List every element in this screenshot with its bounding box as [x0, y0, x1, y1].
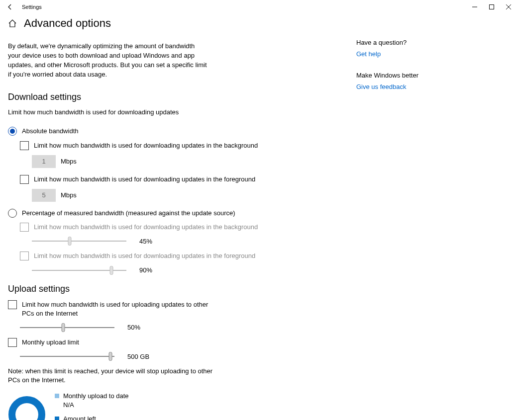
back-button[interactable] — [5, 2, 15, 12]
slider-pct-fg — [32, 266, 126, 275]
legend-todate-label: Monthly upload to date — [63, 392, 129, 401]
page-title: Advanced options — [24, 17, 111, 30]
page-header: Advanced options — [0, 14, 517, 36]
get-help-link[interactable]: Get help — [356, 50, 456, 58]
slider-pct-bg-row: 45% — [32, 237, 356, 246]
legend-left: Amount left 500.0 GB — [55, 415, 129, 420]
slider-pct-bg — [32, 237, 126, 246]
checkbox-dl-bg-row: Limit how much bandwidth is used for dow… — [20, 141, 356, 150]
slider-monthly-value: 500 GB — [127, 353, 149, 360]
radio-percent-label: Percentage of measured bandwidth (measur… — [22, 209, 235, 218]
radio-absolute-label: Absolute bandwidth — [22, 127, 78, 136]
input-dl-bg[interactable] — [32, 155, 56, 168]
checkbox-dl-bg[interactable] — [20, 141, 29, 150]
arrow-left-icon — [6, 3, 13, 10]
aside: Have a question? Get help Make Windows b… — [356, 36, 456, 420]
aside-question-heading: Have a question? — [356, 39, 456, 46]
donut-chart — [8, 396, 46, 420]
minimize-icon — [472, 4, 477, 9]
slider-pct-fg-value: 90% — [139, 266, 152, 274]
unit-mbps-bg: Mbps — [61, 158, 77, 165]
slider-upload-limit-row: 50% — [20, 323, 356, 332]
checkbox-pct-fg — [20, 252, 29, 260]
window-controls — [466, 0, 517, 14]
svg-point-2 — [12, 400, 42, 420]
give-feedback-link[interactable]: Give us feedback — [356, 83, 456, 90]
close-button[interactable] — [500, 0, 517, 14]
checkbox-dl-bg-label: Limit how much bandwidth is used for dow… — [34, 141, 258, 150]
checkbox-pct-bg-row: Limit how much bandwidth is used for dow… — [20, 223, 356, 232]
checkbox-pct-bg — [20, 223, 29, 232]
upload-chart: Monthly upload to date N/A Amount left 5… — [8, 392, 356, 420]
checkbox-upload-limit-row: Limit how much bandwidth is used for upl… — [8, 300, 356, 318]
checkbox-pct-fg-row: Limit how much bandwidth is used for dow… — [20, 252, 356, 260]
radio-percent-row: Percentage of measured bandwidth (measur… — [8, 209, 356, 218]
slider-pct-fg-row: 90% — [32, 266, 356, 275]
intro-text: By default, we're dynamically optimizing… — [8, 42, 207, 79]
slider-pct-bg-value: 45% — [139, 238, 152, 245]
checkbox-pct-fg-label: Limit how much bandwidth is used for dow… — [34, 252, 255, 260]
checkbox-dl-fg[interactable] — [20, 175, 29, 184]
maximize-button[interactable] — [483, 0, 500, 14]
radio-absolute-row: Absolute bandwidth — [8, 127, 356, 136]
main-content: By default, we're dynamically optimizing… — [8, 36, 356, 420]
app-title: Settings — [22, 4, 42, 10]
checkbox-monthly[interactable] — [8, 338, 17, 347]
checkbox-upload-limit[interactable] — [8, 300, 17, 309]
download-desc: Limit how much bandwidth is used for dow… — [8, 108, 356, 116]
swatch-todate — [55, 394, 59, 398]
home-icon — [8, 19, 17, 28]
upload-heading: Upload settings — [8, 284, 356, 294]
checkbox-pct-bg-label: Limit how much bandwidth is used for dow… — [34, 223, 258, 232]
slider-monthly[interactable] — [20, 352, 114, 361]
home-button[interactable] — [8, 19, 17, 28]
download-heading: Download settings — [8, 92, 356, 102]
legend-todate: Monthly upload to date N/A — [55, 392, 129, 409]
checkbox-monthly-row: Monthly upload limit — [8, 338, 356, 347]
input-dl-fg-row: Mbps — [32, 189, 356, 202]
upload-note: Note: when this limit is reached, your d… — [8, 367, 217, 385]
maximize-icon — [489, 4, 494, 9]
chart-legend: Monthly upload to date N/A Amount left 5… — [55, 392, 129, 420]
slider-upload-limit[interactable] — [20, 323, 114, 332]
radio-percent[interactable] — [8, 209, 17, 218]
aside-feedback-heading: Make Windows better — [356, 72, 456, 79]
input-dl-bg-row: Mbps — [32, 155, 356, 168]
checkbox-dl-fg-row: Limit how much bandwidth is used for dow… — [20, 175, 356, 184]
legend-left-label: Amount left — [63, 415, 96, 420]
unit-mbps-fg: Mbps — [61, 191, 77, 199]
minimize-button[interactable] — [466, 0, 483, 14]
legend-todate-value: N/A — [63, 401, 129, 410]
svg-rect-1 — [490, 5, 494, 9]
swatch-left — [55, 417, 59, 420]
slider-monthly-row: 500 GB — [20, 352, 356, 361]
checkbox-dl-fg-label: Limit how much bandwidth is used for dow… — [34, 175, 255, 184]
checkbox-upload-limit-label: Limit how much bandwidth is used for upl… — [22, 300, 211, 318]
slider-upload-limit-value: 50% — [127, 324, 140, 331]
close-icon — [506, 4, 511, 9]
radio-absolute[interactable] — [8, 127, 17, 136]
checkbox-monthly-label: Monthly upload limit — [22, 338, 79, 347]
titlebar: Settings — [0, 0, 517, 14]
input-dl-fg[interactable] — [32, 189, 56, 202]
